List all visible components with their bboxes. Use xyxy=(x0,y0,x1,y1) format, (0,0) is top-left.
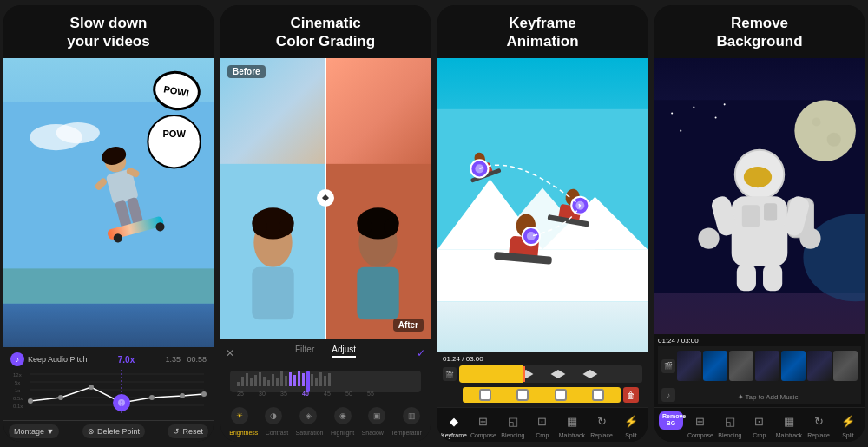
svg-point-108 xyxy=(680,129,681,131)
svg-rect-64 xyxy=(293,375,296,386)
speed-graph: 12x 5x 1x 0.5x 0.1x xyxy=(10,370,207,413)
svg-text:1x: 1x xyxy=(15,388,20,393)
svg-text:35: 35 xyxy=(280,391,287,397)
keyframe-dot-2[interactable] xyxy=(516,389,529,401)
space-svg xyxy=(654,58,865,335)
panel4-title: RemoveBackground xyxy=(654,5,865,58)
svg-rect-61 xyxy=(280,371,283,386)
blending-tool2[interactable]: ◱ Blending xyxy=(717,411,743,438)
thumb-7 xyxy=(833,351,858,381)
svg-point-32 xyxy=(149,395,155,400)
maintrack-tool-label: Maintrack xyxy=(559,432,585,438)
keyframe-dot-3[interactable] xyxy=(555,389,567,401)
tap-music-text: ✦ Tap to Add Music xyxy=(738,393,799,401)
delete-label: Delete Point xyxy=(97,427,140,436)
panel2-image: Before After xyxy=(220,58,431,339)
slow-down-panel: Slow downyour videos POW! xyxy=(3,5,214,442)
svg-text:12x: 12x xyxy=(13,372,22,378)
split-tool-icon: ⚡ xyxy=(621,411,641,431)
svg-marker-102 xyxy=(551,370,566,378)
thumb-4 xyxy=(755,351,779,381)
svg-marker-103 xyxy=(582,370,597,378)
confirm-icon[interactable]: ✓ xyxy=(417,347,425,359)
svg-point-107 xyxy=(715,116,717,118)
compose-tool[interactable]: ⊞ Compose xyxy=(470,411,496,438)
svg-rect-124 xyxy=(737,264,756,290)
adjust-tab[interactable]: Adjust xyxy=(332,343,356,358)
maintrack-tool2-icon: ▦ xyxy=(779,411,799,431)
keyframe-tool-icon: ◆ xyxy=(444,411,464,431)
replace-tool[interactable]: ↻ Replace xyxy=(589,411,615,438)
svg-point-27 xyxy=(28,398,33,404)
svg-point-123 xyxy=(799,227,820,248)
svg-marker-48 xyxy=(322,194,326,201)
after-label: After xyxy=(393,319,424,332)
svg-point-29 xyxy=(89,385,94,390)
keyframe-dot-4[interactable] xyxy=(592,389,604,401)
split-tool2[interactable]: ⚡ Split xyxy=(835,411,861,438)
maintrack-tool2[interactable]: ▦ Maintrack xyxy=(776,411,802,438)
panel1-bottom-bar: Montage ▼ ⊗ Delete Point ↺ Reset xyxy=(3,420,214,442)
brightness-icon[interactable]: ☀ xyxy=(231,407,248,424)
filter-tab[interactable]: Filter xyxy=(295,343,314,358)
delete-point-button[interactable]: ⊗ Delete Point xyxy=(82,424,145,438)
remove-bg-tool[interactable]: RemoveBG xyxy=(658,411,684,438)
svg-rect-67 xyxy=(306,371,310,392)
reset-button[interactable]: ↺ Reset xyxy=(168,424,208,438)
remove-bg-btn[interactable]: RemoveBG xyxy=(659,411,683,430)
replace-tool-label: Replace xyxy=(590,432,613,438)
svg-point-110 xyxy=(794,100,856,161)
blending-tool2-icon: ◱ xyxy=(720,411,740,431)
space-scene xyxy=(654,58,865,335)
crop-tool[interactable]: ⊡ Crop xyxy=(529,411,556,438)
svg-point-99 xyxy=(527,232,536,240)
svg-text:55: 55 xyxy=(367,391,374,397)
compose-tool2[interactable]: ⊞ Compose xyxy=(687,411,713,438)
keyframe-scene-svg xyxy=(437,58,648,353)
svg-rect-68 xyxy=(311,374,313,386)
svg-rect-52 xyxy=(241,377,244,386)
compose-tool-icon: ⊞ xyxy=(474,411,493,431)
keyframe-dot-1[interactable] xyxy=(479,389,491,401)
highlight-icon[interactable]: ◉ xyxy=(334,407,352,424)
replace-tool2-icon: ↻ xyxy=(809,411,828,431)
keyframe-tool-label: Keyframe xyxy=(441,432,467,438)
replace-tool2-label: Replace xyxy=(807,432,830,438)
brightness-label: Brightness xyxy=(229,430,258,436)
svg-text:0.5x: 0.5x xyxy=(13,396,23,401)
svg-point-45 xyxy=(358,218,372,235)
blending-tool-icon: ◱ xyxy=(503,411,523,431)
temperature-icon[interactable]: ▥ xyxy=(403,407,420,424)
tap-music-label[interactable]: ✦ Tap to Add Music xyxy=(678,387,858,403)
svg-point-34 xyxy=(201,391,207,397)
brightness-slider-svg[interactable]: 25 30 35 40 45 50 55 xyxy=(226,366,425,397)
shadow-icon[interactable]: ▣ xyxy=(368,407,385,424)
panel2-title: CinematicColor Grading xyxy=(220,5,431,58)
montage-button[interactable]: Montage ▼ xyxy=(9,424,59,438)
maintrack-tool[interactable]: ▦ Maintrack xyxy=(559,411,585,438)
keyframe-timeline[interactable] xyxy=(459,365,642,383)
svg-point-40 xyxy=(279,218,293,235)
svg-point-122 xyxy=(698,227,719,248)
divider-handle[interactable] xyxy=(317,189,334,207)
timeline-row: 🎬 xyxy=(443,365,642,383)
svg-rect-72 xyxy=(328,373,331,386)
svg-rect-63 xyxy=(289,372,292,386)
before-label: Before xyxy=(227,65,266,78)
speed-value: 7.0x xyxy=(118,355,135,365)
svg-point-46 xyxy=(385,218,398,235)
thumb-6 xyxy=(807,351,832,381)
blending-tool[interactable]: ◱ Blending xyxy=(500,411,526,438)
svg-rect-70 xyxy=(319,372,322,386)
panel4-image xyxy=(654,58,865,335)
svg-rect-117 xyxy=(742,205,760,227)
split-tool[interactable]: ⚡ Split xyxy=(618,411,644,438)
saturation-icon[interactable]: ◈ xyxy=(299,407,317,424)
delete-icon[interactable]: 🗑 xyxy=(623,387,639,403)
crop-tool2[interactable]: ⊡ Crop xyxy=(746,411,773,438)
remove-bg-time: 01:24 / 03:00 xyxy=(658,337,699,345)
keyframe-tool[interactable]: ◆ Keyframe xyxy=(441,411,467,438)
replace-tool2[interactable]: ↻ Replace xyxy=(806,411,832,438)
cancel-icon[interactable]: ✕ xyxy=(226,347,234,359)
contrast-icon[interactable]: ◑ xyxy=(265,407,282,424)
